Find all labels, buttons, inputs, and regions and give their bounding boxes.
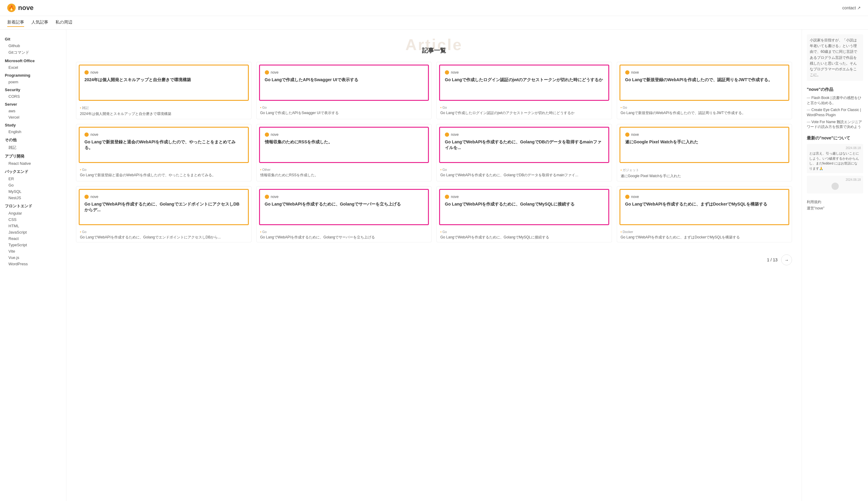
card-title: Go LangでWebAPIを作成するために、まずはDockerでMySQLを構…	[625, 201, 784, 207]
card-logo-text: nove	[451, 70, 459, 75]
chat-message-2: 2024.08.18	[807, 175, 863, 193]
sidebar-item-css[interactable]: CSS	[0, 216, 66, 223]
sidebar-category-label-server: Server	[0, 99, 66, 108]
card-logo: nove	[265, 132, 424, 137]
card-logo-dot	[85, 132, 89, 137]
sidebar-category-frontend: フロントエンド Angular CSS HTML JavaScript Reac…	[0, 201, 66, 267]
sidebar-item-vite[interactable]: Vite	[0, 248, 66, 254]
sidebar-item-typescript[interactable]: TypeScript	[0, 242, 66, 248]
card-title: Go Langで新規登録のWebAPIを作成したので、認証周りをJWTで作成する…	[625, 77, 784, 83]
card-logo: nove	[445, 70, 604, 75]
sidebar-item-english[interactable]: English	[0, 129, 66, 135]
right-sidebar: 小説家を目指すが、「小説は年老いても書ける」という理由で、60歳までに同じ言語で…	[802, 30, 868, 501]
card-meta: Go Go Langで作成したログイン認証のjwtのアクセストークンが切れた時に…	[437, 103, 612, 118]
card-logo: nove	[85, 132, 243, 137]
footer-link-item[interactable]: 運営"nove"	[807, 206, 863, 211]
article-card[interactable]: nove 2024年は個人開発とスキルアップと自分磨きで環境構築 雑記 2024…	[76, 62, 252, 119]
logo[interactable]: 🔥 nove	[7, 4, 33, 12]
pagination: 1 / 13 →	[76, 249, 792, 270]
article-card[interactable]: nove Go Langで新規登録と退会のWebAPIを作成したので、やったこと…	[76, 124, 252, 181]
card-desc: Go Langで新規登録と退会のWebAPIを作成したので、やったことをまとめて…	[80, 173, 248, 178]
sidebar-item-cors[interactable]: CORS	[0, 93, 66, 99]
card-title: Go LangでWebAPIを作成するために、Golangでエンドポイントにアク…	[85, 201, 243, 213]
sidebar-item-er[interactable]: ER	[0, 175, 66, 182]
contact-link[interactable]: contact ↗	[842, 6, 861, 10]
card-meta: Go Go Langで作成したAPIをSwagger UIで表示する	[257, 103, 431, 118]
article-grid: nove 2024年は個人開発とスキルアップと自分磨きで環境構築 雑記 2024…	[76, 62, 792, 242]
article-card[interactable]: nove Go LangでWebAPIを作成するために、まずはDockerでMy…	[617, 186, 792, 243]
main-layout: Git Github Gitコマンド Microsoft Office Exce…	[0, 30, 868, 501]
sidebar-category-label-study: Study	[0, 120, 66, 129]
sidebar-item-vuejs[interactable]: Vue.js	[0, 254, 66, 261]
article-card[interactable]: nove Go LangでWebAPIを作成するために、Golangでサーバーを…	[256, 186, 432, 243]
nav-item-around[interactable]: 私の周辺	[55, 19, 73, 27]
card-image: nove Go LangでWebAPIを作成するために、Golangでエンドポイ…	[79, 189, 249, 225]
article-card[interactable]: nove 情報収集のためにRSSを作成した。 Other 情報収集のためにRSS…	[256, 124, 432, 181]
sidebar-category-label-programming: Programming	[0, 71, 66, 79]
sidebar-item-reactnative[interactable]: React Native	[0, 160, 66, 167]
card-title: 2024年は個人開発とスキルアップと自分磨きで環境構築	[85, 77, 243, 83]
sidebar-item-aws[interactable]: aws	[0, 108, 66, 114]
article-card[interactable]: nove 遂にGoogle Pixel Watchを手に入れた ガジェット 遂に…	[617, 124, 792, 181]
card-logo: nove	[265, 195, 424, 199]
sidebar-item-github[interactable]: Github	[0, 43, 66, 49]
sidebar-item-wordpress[interactable]: WordPress	[0, 261, 66, 267]
card-logo-text: nove	[631, 195, 639, 199]
sidebar-item-zakki[interactable]: 雑記	[0, 144, 66, 151]
sidebar-category-msoffice: Microsoft Office Excel	[0, 56, 66, 71]
card-logo-dot	[445, 70, 449, 75]
card-tag: Other	[260, 168, 428, 171]
nav-item-popular[interactable]: 人気記事	[31, 19, 48, 27]
card-meta: Go Go Langで新規登録と退会のWebAPIを作成したので、やったことをま…	[76, 166, 251, 180]
card-logo: nove	[625, 70, 784, 75]
article-card[interactable]: nove Go LangでWebAPIを作成するために、Golangでエンドポイ…	[76, 186, 252, 243]
card-logo: nove	[445, 132, 604, 137]
sidebar-item-nestjs[interactable]: NestJS	[0, 195, 66, 201]
sidebar-item-mysql[interactable]: MySQL	[0, 188, 66, 195]
card-tag: Go	[80, 168, 248, 171]
card-logo: nove	[625, 195, 784, 199]
footer-link-item[interactable]: 利用規約	[807, 200, 863, 205]
sidebar-category-label-msoffice: Microsoft Office	[0, 56, 66, 64]
sidebar-category-appdev: アプリ開発 React Native	[0, 151, 66, 167]
works-link-item[interactable]: Create Eye Catch For Classic | WordPress…	[807, 107, 863, 118]
card-desc: Go Langで新規登録のWebAPIを作成したので、認証周りをJWTで作成する…	[621, 110, 788, 116]
card-logo-text: nove	[451, 195, 459, 199]
card-meta: Go Go LangでWebAPIを作成するために、GolangでMySQLに接…	[437, 227, 612, 242]
card-image: nove Go Langで新規登録のWebAPIを作成したので、認証周りをJWT…	[619, 65, 790, 101]
article-card[interactable]: nove Go Langで作成したログイン認証のjwtのアクセストークンが切れた…	[437, 62, 612, 119]
card-logo-dot	[85, 195, 89, 199]
sidebar-item-excel[interactable]: Excel	[0, 64, 66, 71]
card-title: Go Langで作成したAPIをSwagger UIで表示する	[265, 77, 424, 83]
works-link-item[interactable]: Flash Book | 読書中の感想をひと言から始める。	[807, 95, 863, 106]
article-card[interactable]: nove Go LangでWebAPIを作成するために、GolangでMySQL…	[437, 186, 612, 243]
sidebar-item-angular[interactable]: Angular	[0, 210, 66, 216]
works-link-item[interactable]: Vote For Name 難読エンジニアワードの読み方を投票で決めよう	[807, 119, 863, 130]
card-logo: nove	[85, 195, 243, 199]
card-tag: ガジェット	[621, 168, 788, 172]
sidebar-category-server: Server aws Vercel	[0, 99, 66, 120]
card-tag: Go	[440, 230, 608, 234]
card-desc: Go LangでWebAPIを作成するために、Golangでエンドポイントにアク…	[80, 235, 248, 240]
article-card[interactable]: nove Go LangでWebAPIを作成するために、GolangでDBのデー…	[437, 124, 612, 181]
sidebar-item-gitcommand[interactable]: Gitコマンド	[0, 49, 66, 56]
card-logo-text: nove	[271, 195, 279, 199]
card-logo-dot	[625, 195, 629, 199]
card-logo: nove	[85, 70, 243, 75]
sidebar-category-label-other: その他	[0, 135, 66, 144]
sidebar-item-poem[interactable]: poem	[0, 79, 66, 85]
nav-item-new[interactable]: 新着記事	[7, 19, 24, 27]
article-card[interactable]: nove Go Langで新規登録のWebAPIを作成したので、認証周りをJWT…	[617, 62, 792, 119]
article-card[interactable]: nove Go Langで作成したAPIをSwagger UIで表示する Go …	[256, 62, 432, 119]
card-desc: 遂にGoogle Pixel Watchを手に入れた	[621, 173, 788, 179]
pagination-text: 1 / 13	[767, 257, 778, 262]
pagination-next-button[interactable]: →	[781, 254, 792, 265]
sidebar-item-html[interactable]: HTML	[0, 223, 66, 229]
sidebar-item-javascript[interactable]: JavaScript	[0, 229, 66, 235]
card-desc: Go LangでWebAPIを作成するために、まずはDockerでMySQLを構…	[621, 235, 788, 240]
sidebar-item-vercel[interactable]: Vercel	[0, 114, 66, 120]
sidebar-item-react[interactable]: React	[0, 235, 66, 242]
contact-label: contact	[842, 6, 856, 10]
sidebar-item-go[interactable]: Go	[0, 182, 66, 188]
card-logo: nove	[625, 132, 784, 137]
